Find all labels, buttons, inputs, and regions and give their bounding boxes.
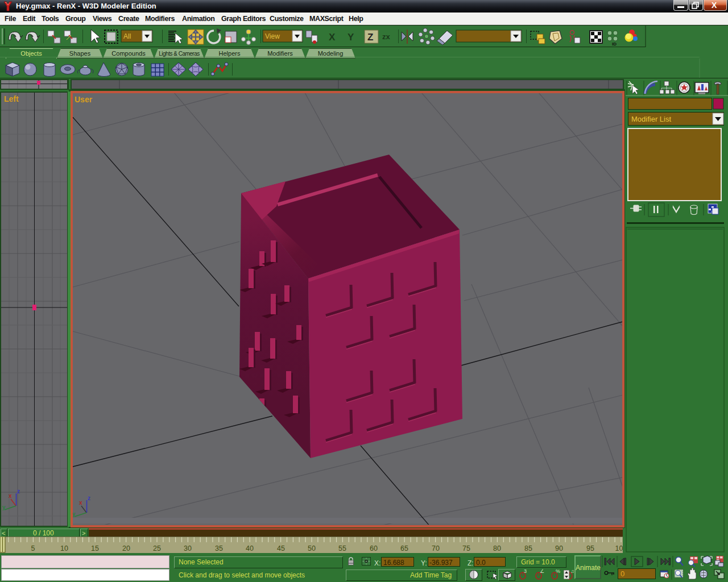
svg-text:95: 95 [586,544,594,552]
svg-text:50: 50 [308,544,316,552]
svg-text:10: 10 [60,544,68,552]
svg-text:Y: Y [348,32,354,43]
svg-text:y: y [2,504,6,510]
svg-text:Left: Left [4,94,19,103]
svg-text:30: 30 [184,544,192,552]
svg-text:55: 55 [338,544,346,552]
svg-text:90: 90 [555,544,563,552]
svg-text:z: z [17,488,20,494]
svg-text:20: 20 [122,544,130,552]
svg-text:0: 0 [621,569,624,578]
svg-text:Modifier List: Modifier List [631,115,671,123]
svg-text:60: 60 [370,544,378,552]
svg-text:70: 70 [432,544,440,552]
svg-text:X: X [329,32,336,43]
svg-text:View: View [265,32,280,40]
svg-text:5: 5 [31,544,35,552]
svg-text:z: z [88,495,90,501]
svg-text:User: User [75,95,93,104]
svg-text:80: 80 [493,544,501,552]
svg-text:25: 25 [153,544,161,552]
svg-text:15: 15 [91,544,99,552]
svg-text:ID: ID [612,41,617,47]
svg-text:Z: Z [367,32,373,43]
svg-text:x: x [9,493,12,499]
svg-text:100: 100 [615,544,623,552]
svg-text:45: 45 [277,544,285,552]
svg-text:75: 75 [462,544,470,552]
svg-text:x: x [79,500,82,506]
svg-text:zx: zx [382,32,391,41]
svg-text:65: 65 [400,544,408,552]
svg-text:35: 35 [215,544,223,552]
svg-text:All: All [123,32,131,40]
svg-text:40: 40 [246,544,254,552]
svg-text:85: 85 [524,544,532,552]
